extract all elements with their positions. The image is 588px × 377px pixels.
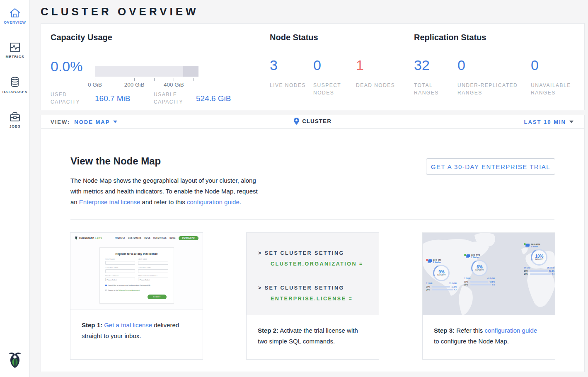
qps-bar [432,289,453,291]
site-nav: PRODUCT CUSTOMERS DOCS RESOURCES BLOG DO… [112,236,198,240]
database-icon [0,76,30,88]
code-prompt: > SET CLUSTER SETTING [258,250,379,256]
sidebar-item-overview[interactable]: OVERVIEW [0,0,30,24]
brand-suffix: LABS [95,237,102,239]
cpu-bar [432,286,450,288]
node-map-heading: View the Node Map [70,155,161,167]
field-label: PROJECT PHASE [105,275,136,277]
under-replicated-value: 0 [457,57,531,73]
select-input: Please Select [105,278,136,281]
qps-label: QPS [464,284,469,286]
node-map-panel: View the Node Map The Node Map shows the… [41,129,585,372]
replication-status-title: Replication Status [414,33,586,42]
view-toolbar: VIEW: NODE MAP CLUSTER LAST 10 MIN [41,115,585,129]
step-label: Step 2: [258,327,278,334]
registration-site-screenshot: Cockroach LABS PRODUCT CUSTOMERS DOCS RE… [70,233,203,310]
brand-name: Cockroach [79,237,94,239]
capacity-bar [95,66,198,77]
map-locality-geo-ams: geo-ams 1 Node 10% CAPACITY 3.6 GiB [524,243,554,275]
nav-item: PRODUCT [115,237,125,239]
select-input: Please Select [138,278,168,281]
nav-item: DOCS [144,237,150,239]
capacity-percent: 6% [475,265,484,269]
steps-cards-row: Cockroach LABS PRODUCT CUSTOMERS DOCS RE… [70,232,555,360]
submit-button: SUBMIT [148,295,167,299]
configuration-guide-link[interactable]: configuration guide [187,198,240,205]
qps-label: QPS [524,273,529,275]
checkbox-checked [105,285,107,287]
capacity-gauge: 10% CAPACITY [528,247,549,268]
cockroach-labs-brand: Cockroach LABS [75,236,102,240]
main-content: CLUSTER OVERVIEW Capacity Usage 0.0% 0 G… [30,0,588,377]
briefcase-icon [0,111,30,122]
status-dot [426,259,428,261]
capacity-used: 3.2 GiB [426,283,433,285]
capacity-total: 43.7 GiB [487,278,495,280]
tick-label: 0 GiB [88,82,102,88]
capacity-total: 36.6 GiB [547,267,554,269]
code-block: > SET CLUSTER SETTING CLUSTER.ORGANIZATI… [258,250,379,267]
cockroachdb-logo-small [75,236,78,240]
checkbox-label: I would like to receive email updates ab… [108,284,150,286]
sidebar-item-databases[interactable]: DATABASES [0,69,30,94]
nodes-icon [467,254,470,257]
tick-label: 200 GiB [124,82,145,88]
capacity-gauge: 9% CAPACITY [431,262,452,283]
time-range-value: LAST 10 MIN [524,119,566,125]
live-nodes-label: LIVE NODES [270,82,313,89]
used-capacity-value: 160.7 MiB [95,94,131,103]
used-capacity-label: USED CAPACITY [51,91,92,106]
step1-caption: Step 1: Get a trial license delivered st… [70,310,203,341]
replication-status-section: Replication Status 32 TOTAL RANGES 0 UND… [414,33,586,97]
capacity-usage-title: Capacity Usage [51,33,266,42]
node-status-title: Node Status [270,33,407,42]
nav-item: BLOG [169,237,176,239]
map-locality-geo-nyc: geo-nyc 2 Nodes 6% CAPACITY 3.7 GiB [464,254,495,286]
suspect-nodes-metric: 0 SUSPECT NODES [313,57,356,97]
download-button: DOWNLOAD [179,236,198,240]
description-text: . [240,198,241,205]
dead-nodes-label: DEAD NODES [356,82,402,89]
code-prompt: > SET CLUSTER SETTING [258,285,379,291]
cpu-label: CPU [524,270,529,272]
time-range-selector[interactable]: LAST 10 MIN [524,119,573,125]
get-trial-license-link[interactable]: Get a trial license [104,321,152,329]
live-nodes-metric: 3 LIVE NODES [270,57,313,97]
total-ranges-metric: 32 TOTAL RANGES [414,57,457,97]
nav-item: CUSTOMERS [128,237,141,239]
text-input [105,269,136,273]
sidebar-item-jobs[interactable]: JOBS [0,104,30,128]
code-argument: ENTERPRISE.LICENSE = [271,296,379,302]
sidebar-item-metrics[interactable]: METRICS [0,34,30,59]
location-pin-icon [294,118,299,125]
dead-nodes-metric: 1 DEAD NODES [356,57,402,97]
sidebar-item-label: OVERVIEW [0,20,30,24]
step2-caption: Step 2: Activate the trial license with … [247,315,379,347]
tick-label: 400 GiB [164,82,184,88]
capacity-percent: 9% [437,270,446,274]
suspect-nodes-label: SUSPECT NODES [313,82,356,97]
step3-card: geo-sfo 2 Nodes 9% CAPACITY 3.2 GiB [422,232,555,360]
field-label: REASON FOR INTEREST [138,275,168,277]
breadcrumb: CLUSTER [41,118,584,126]
node-map-preview: geo-sfo 2 Nodes 9% CAPACITY 3.2 GiB [423,233,555,315]
total-ranges-label: TOTAL RANGES [414,82,457,97]
capacity-gauge: 6% CAPACITY [469,257,490,278]
enterprise-trial-button[interactable]: GET A 30-DAY ENTERPRISE TRIAL [426,158,555,175]
step-label: Step 3: [434,327,455,334]
license-agreement-link: Software License Agreement. [119,289,140,291]
nodes-icon [428,259,432,262]
sidebar-item-label: METRICS [0,55,30,59]
caption-text: Refer this [455,327,485,334]
unavailable-ranges-value: 0 [531,57,585,73]
qps-label: QPS [426,289,431,291]
configuration-guide-link[interactable]: configuration guide [485,327,537,334]
cpu-label: CPU [464,281,469,283]
node-status-section: Node Status 3 LIVE NODES 0 SUSPECT NODES… [270,33,407,97]
text-input [105,261,136,265]
enterprise-trial-license-link[interactable]: Enterprise trial license [79,198,140,205]
trial-license-form: Register for a 30-day trial license FIRS… [99,247,174,304]
capacity-used-percent: 0.0% [51,58,83,75]
divider [70,219,554,220]
qps-value: 0.0 [492,284,495,286]
